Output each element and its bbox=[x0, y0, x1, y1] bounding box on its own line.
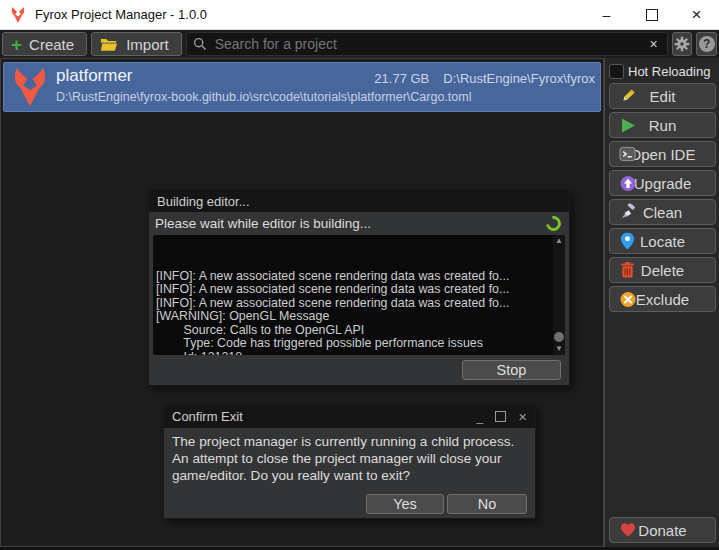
build-dialog: Building editor... Please wait while edi… bbox=[148, 189, 570, 386]
minimize-button[interactable]: – bbox=[584, 0, 629, 30]
open-ide-button[interactable]: Open IDE bbox=[609, 141, 716, 167]
sidebar: Hot Reloading Edit Run bbox=[604, 58, 719, 547]
search-icon bbox=[193, 37, 207, 51]
project-size: 21.77 GB bbox=[374, 71, 429, 86]
window-title: Fyrox Project Manager - 1.0.0 bbox=[35, 7, 207, 22]
build-status-row: Please wait while editor is building... bbox=[149, 212, 569, 235]
hot-reloading-checkbox[interactable] bbox=[609, 64, 624, 79]
build-dialog-footer: Stop bbox=[149, 355, 569, 385]
donate-button-label: Donate bbox=[638, 522, 686, 539]
log-line: [INFO]: A new associated scene rendering… bbox=[156, 283, 565, 297]
plus-icon: + bbox=[11, 35, 22, 54]
close-button[interactable]: × bbox=[674, 0, 719, 30]
import-button[interactable]: Import bbox=[91, 32, 182, 56]
sidebar-spacer bbox=[609, 315, 716, 517]
scroll-down-icon[interactable]: ▼ bbox=[555, 344, 563, 354]
gear-icon bbox=[673, 35, 691, 53]
help-button[interactable]: ? bbox=[696, 32, 717, 56]
window-controls: – × bbox=[584, 0, 719, 30]
project-row-platformer[interactable]: platformer D:\RustEngine\fyrox-book.gith… bbox=[3, 62, 601, 112]
scrollbar-thumb[interactable] bbox=[554, 332, 564, 342]
run-button-label: Run bbox=[649, 117, 677, 134]
question-mark-icon: ? bbox=[699, 36, 715, 52]
confirm-exit-dialog: Confirm Exit _ × The project manager is … bbox=[163, 404, 536, 519]
titlebar: Fyrox Project Manager - 1.0.0 – × bbox=[0, 0, 719, 30]
hot-reloading-label: Hot Reloading bbox=[628, 64, 710, 79]
project-meta: 21.77 GB D:\RustEngine\Fyrox\fyrox bbox=[374, 71, 595, 86]
clean-button-label: Clean bbox=[643, 204, 682, 221]
upgrade-button-label: Upgrade bbox=[634, 175, 692, 192]
delete-button-label: Delete bbox=[641, 262, 684, 279]
no-button[interactable]: No bbox=[447, 494, 527, 514]
delete-button[interactable]: Delete bbox=[609, 257, 716, 283]
project-manifest-path: D:\RustEngine\fyrox-book.github.io\src\c… bbox=[56, 90, 600, 104]
build-dialog-title: Building editor... bbox=[149, 190, 569, 212]
maximize-button[interactable] bbox=[629, 0, 674, 30]
open-ide-button-label: Open IDE bbox=[630, 146, 696, 163]
search-input[interactable] bbox=[213, 35, 647, 53]
upgrade-button[interactable]: Upgrade bbox=[609, 170, 716, 196]
confirm-message-line: game/editor. Do you really want to exit? bbox=[172, 467, 527, 484]
confirm-message-line: The project manager is currently running… bbox=[172, 433, 527, 450]
donate-button[interactable]: Donate bbox=[609, 517, 716, 543]
fyrox-project-manager-window: { "titlebar": { "title": "Fyrox Project … bbox=[0, 0, 719, 550]
project-fyrox-logo-icon bbox=[8, 65, 52, 109]
settings-button[interactable] bbox=[672, 32, 693, 56]
log-line: Source: Calls to the OpenGL API bbox=[156, 324, 565, 338]
fyrox-logo-icon bbox=[9, 6, 27, 24]
search-clear-icon[interactable]: × bbox=[646, 36, 660, 52]
exclude-cross-icon bbox=[619, 291, 636, 308]
maximize-icon bbox=[646, 9, 658, 21]
build-log-lines: [INFO]: A new associated scene rendering… bbox=[153, 235, 565, 355]
build-log[interactable]: [INFO]: A new associated scene rendering… bbox=[153, 235, 565, 355]
run-button[interactable]: Run bbox=[609, 112, 716, 138]
confirm-message: The project manager is currently running… bbox=[164, 428, 535, 489]
confirm-message-line: An attempt to close the project manager … bbox=[172, 450, 527, 467]
search-box: × bbox=[186, 32, 668, 56]
stop-button[interactable]: Stop bbox=[462, 360, 561, 380]
create-button[interactable]: + Create bbox=[2, 32, 87, 56]
exclude-button-label: Exclude bbox=[636, 291, 689, 308]
build-status-text: Please wait while editor is building... bbox=[155, 216, 371, 231]
log-line: [INFO]: A new associated scene rendering… bbox=[156, 270, 565, 284]
heart-icon bbox=[619, 522, 636, 539]
folder-icon bbox=[100, 37, 118, 52]
edit-button-label: Edit bbox=[650, 88, 676, 105]
log-line: Id: 131218 bbox=[156, 351, 565, 356]
play-icon bbox=[619, 117, 636, 134]
project-engine-path: D:\RustEngine\Fyrox\fyrox bbox=[443, 71, 595, 86]
log-line: [INFO]: A new associated scene rendering… bbox=[156, 297, 565, 311]
yes-button[interactable]: Yes bbox=[366, 494, 444, 514]
dialog-maximize-icon[interactable] bbox=[495, 411, 506, 422]
confirm-buttons: Yes No bbox=[366, 494, 527, 514]
dialog-close-icon[interactable]: × bbox=[518, 408, 527, 425]
clean-button[interactable]: Clean bbox=[609, 199, 716, 225]
confirm-dialog-titlebar: Confirm Exit _ × bbox=[164, 405, 535, 428]
confirm-window-controls: _ × bbox=[477, 408, 527, 425]
scroll-up-icon[interactable]: ▲ bbox=[555, 236, 563, 246]
locate-button[interactable]: Locate bbox=[609, 228, 716, 254]
import-button-label: Import bbox=[126, 36, 169, 53]
pencil-icon bbox=[619, 88, 636, 105]
spinner-icon bbox=[543, 213, 564, 234]
brush-icon bbox=[619, 204, 636, 221]
location-pin-icon bbox=[619, 233, 636, 250]
upgrade-arrow-icon bbox=[619, 175, 636, 192]
exclude-button[interactable]: Exclude bbox=[609, 286, 716, 312]
locate-button-label: Locate bbox=[640, 233, 685, 250]
trash-icon bbox=[619, 262, 636, 279]
terminal-icon bbox=[619, 146, 636, 163]
log-line: [WARNING]: OpenGL Message bbox=[156, 310, 565, 324]
edit-button[interactable]: Edit bbox=[609, 83, 716, 109]
confirm-dialog-title: Confirm Exit bbox=[172, 409, 243, 424]
hot-reloading-row[interactable]: Hot Reloading bbox=[609, 62, 716, 80]
create-button-label: Create bbox=[29, 36, 74, 53]
log-line: Type: Code has triggered possible perfor… bbox=[156, 337, 565, 351]
dialog-minimize-icon[interactable]: _ bbox=[477, 410, 484, 424]
toolbar: + Create Import × ? bbox=[0, 30, 719, 58]
